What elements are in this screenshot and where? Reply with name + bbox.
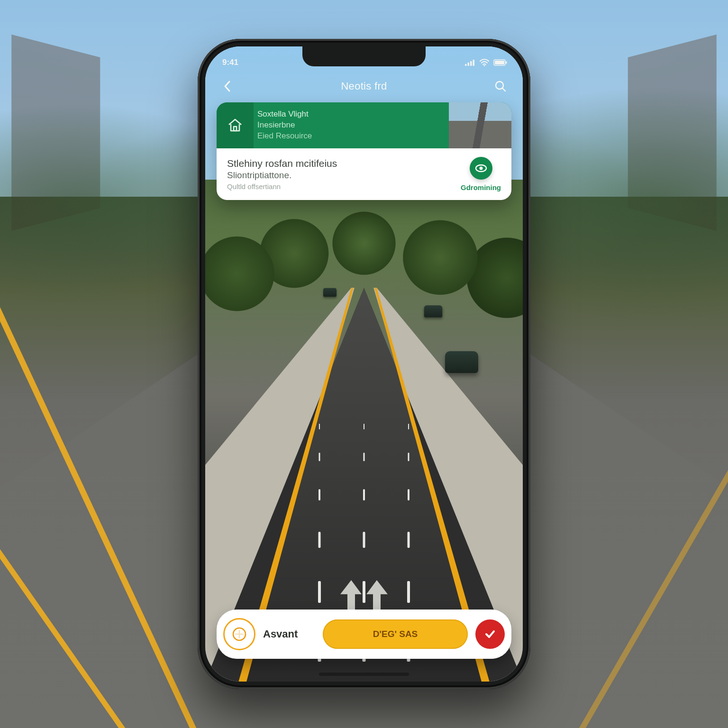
phone-frame: 9:41 Neotis frd: [198, 39, 530, 689]
svg-rect-2: [470, 61, 472, 66]
wifi-icon: [479, 59, 490, 66]
svg-rect-9: [234, 127, 237, 131]
route-banner-card[interactable]: Soxtella Vlight Inesierbne Eied Resouirc…: [217, 102, 511, 200]
assistant-label: Asvant: [263, 628, 315, 640]
banner-subtitle: Sliontriptiattone.: [227, 170, 454, 181]
app-header: Neotis frd: [205, 73, 523, 100]
banner-title: Stlehiny rosfan mcitifeius: [227, 158, 454, 169]
banner-caption: Qultld offsertiann: [227, 182, 454, 191]
primary-pill-button[interactable]: D'EG' SAS: [323, 619, 468, 649]
svg-point-11: [479, 166, 482, 170]
banner-header: Soxtella Vlight Inesierbne Eied Resouirc…: [217, 102, 511, 148]
status-time: 9:41: [222, 58, 238, 67]
home-indicator[interactable]: [319, 673, 409, 676]
svg-rect-1: [468, 63, 470, 66]
banner-line: Eied Resouirce: [257, 131, 442, 142]
bottom-action-bar: Asvant D'EG' SAS: [217, 610, 511, 659]
signal-icon: [465, 59, 475, 66]
car-graphic: [323, 288, 337, 297]
battery-icon: [493, 59, 508, 66]
banner-line: Inesierbne: [257, 120, 442, 131]
assistant-button[interactable]: [223, 618, 255, 650]
banner-line: Soxtella Vlight: [257, 109, 442, 120]
banner-action-label[interactable]: Gdromining: [461, 183, 501, 191]
confirm-button[interactable]: [475, 619, 505, 649]
svg-rect-0: [465, 64, 467, 66]
banner-body: Stlehiny rosfan mcitifeius Sliontriptiat…: [217, 148, 511, 200]
svg-rect-7: [506, 62, 507, 64]
notch: [302, 46, 426, 66]
svg-rect-6: [495, 61, 504, 64]
banner-thumbnail: [449, 102, 511, 148]
phone-screen: 9:41 Neotis frd: [205, 46, 523, 682]
view-button[interactable]: [470, 157, 492, 180]
home-icon: [217, 102, 254, 148]
car-graphic: [424, 305, 443, 317]
svg-rect-3: [473, 60, 475, 66]
car-graphic: [445, 351, 478, 373]
page-title: Neotis frd: [341, 80, 387, 92]
svg-point-4: [484, 65, 485, 66]
pill-button-label: D'EG' SAS: [373, 629, 418, 639]
search-button[interactable]: [491, 77, 510, 95]
back-button[interactable]: [218, 77, 237, 95]
